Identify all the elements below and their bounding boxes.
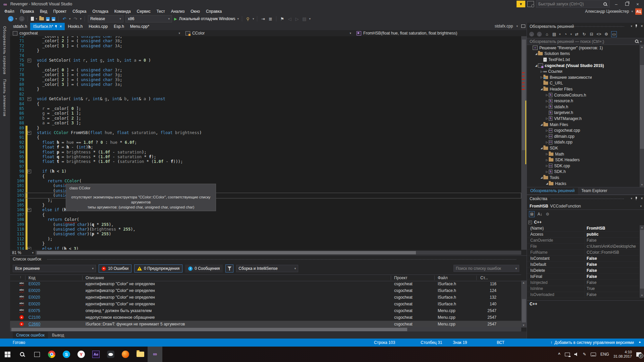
window-position-icon[interactable]: ▾ <box>631 24 632 28</box>
show-all-files-icon[interactable]: ▭ <box>611 31 617 37</box>
menu-Окно[interactable]: Окно <box>187 8 203 15</box>
tab-ISurface.h*[interactable]: ISurface.h*× <box>30 23 65 30</box>
navigate-backward-icon[interactable]: ← <box>529 32 534 36</box>
scrollbar-thumb[interactable] <box>522 299 526 322</box>
tree-item-Ссылки[interactable]: ▷■-■Ссылки <box>527 68 639 74</box>
property-row-IsOverloaded[interactable]: IsOverloadedFalse <box>527 292 639 298</box>
tree-item-Main Files[interactable]: ◢Main Files <box>527 122 639 128</box>
tab-Esp.h[interactable]: Esp.h <box>111 23 127 30</box>
solution-search-input[interactable]: Обозреватель решений — поиск (Ctrl+;) ▾ <box>527 38 644 45</box>
zoom-selector[interactable]: 81 % ▾ <box>10 250 36 255</box>
taskbar-after-effects-icon[interactable]: Ae <box>89 347 103 362</box>
tree-vertical-scrollbar[interactable]: ▲ ▼ <box>640 45 644 187</box>
error-horizontal-scrollbar[interactable] <box>10 327 521 331</box>
properties-wrench-icon[interactable]: ⚙ <box>604 32 609 37</box>
expanded-icon[interactable]: ◢ <box>540 123 543 126</box>
clock[interactable]: 4:10 31.08.2017 <box>613 350 632 359</box>
tree-item-Hacks[interactable]: ◢Hacks <box>527 181 639 187</box>
scrollbar-thumb[interactable] <box>640 230 644 289</box>
taskbar-chrome-icon[interactable] <box>44 347 59 362</box>
configuration-dropdown[interactable]: Release▾ <box>88 15 123 22</box>
previous-bookmark-icon[interactable]: ◁ <box>287 16 292 22</box>
window-list-icon[interactable] <box>521 24 525 28</box>
restore-button[interactable] <box>623 1 631 7</box>
hidden-icons-chevron[interactable]: ^ <box>558 352 560 357</box>
taskbar-file-explorer-icon[interactable] <box>133 347 148 362</box>
error-row[interactable]: abcE0020идентификатор "Color" не определ… <box>10 281 521 287</box>
pen-icon[interactable]: ✎ <box>583 352 586 357</box>
navigate-forward-icon[interactable]: → <box>537 32 542 36</box>
redo-icon[interactable]: ↷ <box>73 16 78 22</box>
switch-views-icon[interactable]: ▤ <box>552 32 557 37</box>
tree-item-Header Files[interactable]: ◢Header Files <box>527 86 639 92</box>
tab-Hooks.cpp[interactable]: Hooks.cpp <box>86 23 111 30</box>
pin-icon[interactable] <box>635 24 638 28</box>
tab-stdafx-cpp[interactable]: stdafx.cpp <box>495 24 513 28</box>
tab-stdafx.h[interactable]: stdafx.h <box>10 23 30 30</box>
error-code-link[interactable]: C2660 <box>29 322 40 326</box>
collapse-icon[interactable] <box>28 208 31 212</box>
code-editor[interactable]: class CColor отсутствуют экземпляры конс… <box>10 36 527 250</box>
tree-item-stdafx.cpp[interactable]: ▷++stdafx.cpp <box>527 139 639 145</box>
collapsed-icon[interactable]: ▷ <box>545 100 549 103</box>
collapse-all-icon[interactable]: ⊟ <box>589 32 594 37</box>
tab-Team Explorer[interactable]: Team Explorer <box>578 187 610 195</box>
add-to-source-control[interactable]: Добавить в систему управления версиями <box>554 340 634 345</box>
collapsed-icon[interactable]: ▷ <box>540 76 543 79</box>
collapse-icon[interactable] <box>28 97 31 101</box>
error-row[interactable]: abcE0020идентификатор "Color" не определ… <box>10 301 521 307</box>
scrollbar-thumb[interactable] <box>11 328 407 331</box>
scroll-up-icon[interactable]: ▲ <box>522 281 526 284</box>
scroll-down-icon[interactable]: ▼ <box>640 294 644 297</box>
menu-Справка[interactable]: Справка <box>203 8 225 15</box>
chevron-down-icon[interactable]: ▾ <box>15 17 17 20</box>
error-grid-header[interactable]: !КодОписаниеПроектФайлСт... <box>10 275 521 281</box>
touch-keyboard-icon[interactable] <box>591 353 596 356</box>
start-debug-icon[interactable]: ▶ <box>174 17 177 21</box>
error-row[interactable]: abcE0020идентификатор "Color" не определ… <box>10 294 521 301</box>
collapse-icon[interactable] <box>28 247 31 250</box>
tree-item-TextFile1.txt[interactable]: TextFile1.txt <box>527 57 639 63</box>
window-position-icon[interactable]: ▾ <box>631 197 632 200</box>
expanded-icon[interactable]: ◢ <box>540 176 543 179</box>
error-code-link[interactable]: E0020 <box>29 295 40 300</box>
new-file-icon[interactable] <box>31 17 34 21</box>
expanded-icon[interactable]: ◢ <box>534 52 538 55</box>
tree-item-Math[interactable]: ▷Math <box>527 151 639 157</box>
collapse-icon[interactable] <box>528 221 532 224</box>
collapse-chevron-icon[interactable]: ▲ <box>638 340 641 344</box>
property-pages-icon[interactable]: ⚙ <box>545 212 550 217</box>
error-code-link[interactable]: C2100 <box>29 315 40 320</box>
column-header-Проект[interactable]: Проект <box>394 276 408 280</box>
collapsed-icon[interactable]: ▷ <box>545 129 549 132</box>
property-row-IsConstant[interactable]: IsConstantFalse <box>527 255 639 262</box>
scroll-down-icon[interactable]: ▼ <box>640 183 644 186</box>
property-category-cpp[interactable]: C++ <box>527 219 644 225</box>
collapse-icon[interactable] <box>28 170 31 173</box>
error-code-link[interactable]: E0020 <box>29 288 40 293</box>
expanded-icon[interactable]: ◢ <box>545 182 549 185</box>
filter-button[interactable] <box>225 264 233 273</box>
column-header-Описание[interactable]: Описание <box>86 276 104 280</box>
send-feedback-icon[interactable] <box>527 1 534 7</box>
tree-item-targetver.h[interactable]: htargetver.h <box>527 110 639 116</box>
collapsed-icon[interactable]: ▷ <box>545 159 549 162</box>
platform-dropdown[interactable]: x86▾ <box>125 15 172 22</box>
horizontal-scrollbar[interactable] <box>36 251 521 255</box>
tree-item-SDK[interactable]: ◢SDK <box>527 145 639 151</box>
collapsed-icon[interactable]: ▷ <box>545 153 549 156</box>
home-icon[interactable]: ⌂ <box>544 32 549 37</box>
side-tab-Обозреватель серверов[interactable]: Обозреватель серверов <box>3 26 7 74</box>
menu-Сборка[interactable]: Сборка <box>69 8 89 15</box>
scroll-up-icon[interactable]: ▲ <box>640 46 644 49</box>
breadcrumb-type-dropdown[interactable]: CColor ▾ <box>183 30 354 36</box>
property-row-IsDefault[interactable]: IsDefaultFalse <box>527 261 639 268</box>
open-file-icon[interactable] <box>39 17 44 20</box>
collapsed-icon[interactable]: ▷ <box>545 141 549 144</box>
menu-Файл[interactable]: Файл <box>1 8 17 15</box>
pin-icon[interactable] <box>635 196 638 200</box>
panel-tab-Вывод[interactable]: Вывод <box>49 332 67 339</box>
undo-icon[interactable]: ↶ <box>62 16 67 22</box>
collapse-icon[interactable] <box>28 131 31 135</box>
taskbar-orange-app-icon[interactable] <box>118 347 133 362</box>
